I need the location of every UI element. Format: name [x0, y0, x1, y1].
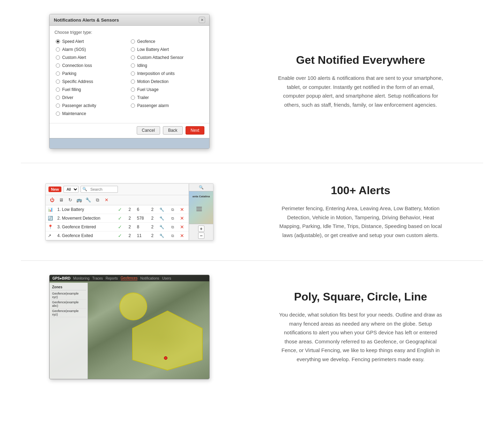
option-label-driver: Driver — [62, 95, 73, 100]
section3-title: Poly, Square, Circle, Line — [252, 290, 469, 303]
radio-driver[interactable] — [56, 96, 60, 100]
geo-sidebar-row[interactable]: Geofence(example abc) — [51, 300, 86, 309]
dialog-map-strip — [50, 138, 209, 149]
radio-alarm[interactable] — [56, 47, 60, 52]
dialog-option-geofence[interactable]: Geofence — [129, 38, 204, 45]
row-col2-2: 578 — [135, 214, 149, 222]
dialog-option-address[interactable]: Specific Address — [54, 78, 129, 85]
row-check-1: ✓ — [116, 205, 127, 214]
power-icon[interactable]: ⏻ — [48, 197, 55, 204]
dialog-option-alarm[interactable]: Alarm (SOS) — [54, 46, 129, 53]
map-search-bar: 🔍 — [189, 184, 213, 191]
alerts-table: 📊 1. Low Battery ✓ 2 6 2 🔧 ⧉ ✕ — [46, 205, 189, 240]
layers-svg — [196, 206, 202, 212]
copy-action-icon[interactable]: ⧉ — [94, 197, 101, 204]
geo-tab-users[interactable]: Users — [162, 276, 171, 280]
dialog-option-trailer[interactable]: Trailer — [129, 94, 204, 101]
dialog-option-interposition[interactable]: Interposition of units — [129, 70, 204, 77]
map-search-icon[interactable]: 🔍 — [199, 185, 204, 190]
row-col3-1: 2 — [149, 205, 158, 214]
svg-rect-1 — [196, 208, 202, 210]
radio-passenger[interactable] — [56, 104, 60, 108]
dialog-option-lowbattery[interactable]: Low Battery Alert — [129, 46, 204, 53]
row-settings-3[interactable]: 🔧 — [157, 222, 169, 231]
next-button[interactable]: Next — [186, 126, 205, 135]
radio-custom[interactable] — [56, 55, 60, 60]
row-delete-3[interactable]: ✕ — [178, 222, 189, 231]
dialog-option-speed[interactable]: Speed Alert — [54, 38, 129, 45]
row-copy-3[interactable]: ⧉ — [169, 222, 178, 231]
option-label-connection: Connection loss — [62, 63, 92, 68]
row-delete-4[interactable]: ✕ — [178, 231, 189, 240]
radio-motion[interactable] — [131, 79, 135, 84]
monitor-icon[interactable]: 🖥 — [58, 197, 65, 204]
geo-sidebar-row[interactable]: Geofence(example xyz) — [51, 309, 86, 317]
dialog-option-driver[interactable]: Driver — [54, 94, 129, 101]
dialog-option-passenger[interactable]: Passenger activity — [54, 102, 129, 109]
row-delete-1[interactable]: ✕ — [178, 205, 189, 214]
radio-maintenance[interactable] — [56, 112, 60, 116]
row-copy-2[interactable]: ⧉ — [169, 214, 178, 222]
wrench-icon[interactable]: 🔧 — [85, 197, 92, 204]
radio-attachsensor[interactable] — [131, 55, 135, 60]
radio-connection[interactable] — [56, 63, 60, 68]
dialog-option-connection[interactable]: Connection loss — [54, 62, 129, 69]
row-col3-4: 2 — [149, 231, 158, 240]
search-input[interactable] — [88, 187, 116, 192]
geo-sidebar-row[interactable]: Geofence(example xyz) — [51, 291, 86, 300]
section-notifications: Get Notified Everywhere Enable over 100 … — [0, 0, 504, 163]
refresh-icon[interactable]: ↻ — [67, 197, 74, 204]
dialog-option-fuel[interactable]: Fuel filling — [54, 86, 129, 93]
radio-passalarm[interactable] — [131, 104, 135, 108]
dialog-option-parking[interactable]: Parking — [54, 70, 129, 77]
geo-tab-reports[interactable]: Reports — [106, 276, 118, 280]
dialog-option-fuelusage[interactable]: Fuel Usage — [129, 86, 204, 93]
row-col2-3: 8 — [135, 222, 149, 231]
dialog-close-button[interactable]: ✕ — [199, 17, 205, 23]
notification-dialog: Notifications Alerts & Sensors ✕ Choose … — [49, 14, 210, 149]
radio-geofence[interactable] — [131, 39, 135, 44]
back-button[interactable]: Back — [163, 126, 183, 135]
row-copy-4[interactable]: ⧉ — [169, 231, 178, 240]
radio-speed[interactable] — [56, 39, 60, 44]
geo-tab-notifications[interactable]: Notifications — [140, 276, 159, 280]
row-settings-1[interactable]: 🔧 — [157, 205, 169, 214]
radio-parking[interactable] — [56, 71, 60, 76]
geo-tab-monitoring[interactable]: Monitoring — [73, 276, 90, 280]
row-delete-2[interactable]: ✕ — [178, 214, 189, 222]
row-copy-1[interactable]: ⧉ — [169, 205, 178, 214]
option-label-attachsensor: Custom Attached Sensor — [137, 55, 183, 60]
dialog-option-custom[interactable]: Custom Alert — [54, 54, 129, 61]
cancel-button[interactable]: Cancel — [137, 126, 160, 135]
radio-address[interactable] — [56, 79, 60, 84]
alerts-toolbar: New All 🔍 — [46, 184, 189, 195]
filter-select[interactable]: All — [63, 186, 78, 193]
dialog-option-passalarm[interactable]: Passenger alarm — [129, 102, 204, 109]
dialog-option-maintenance[interactable]: Maintenance — [54, 111, 129, 117]
map-layers-icon[interactable] — [196, 206, 202, 213]
bus-icon[interactable]: 🚌 — [76, 197, 83, 204]
radio-interposition[interactable] — [131, 71, 135, 76]
section2-image: New All 🔍 ⏻ 🖥 ↻ 🚌 🔧 ⧉ ✕ — [21, 183, 238, 241]
radio-fuelusage[interactable] — [131, 88, 135, 92]
row-col1-4: 2 — [127, 231, 135, 240]
zoom-out-button[interactable]: − — [198, 233, 204, 239]
dialog-option-motion[interactable]: Motion Detection — [129, 78, 204, 85]
row-settings-4[interactable]: 🔧 — [157, 231, 169, 240]
row-check-2: ✓ — [116, 214, 127, 222]
geo-tab-geofences[interactable]: Geofences — [121, 276, 137, 280]
alerts-table-panel: New All 🔍 ⏻ 🖥 ↻ 🚌 🔧 ⧉ ✕ — [46, 184, 189, 240]
option-label-fuelusage: Fuel Usage — [137, 87, 158, 92]
radio-fuel[interactable] — [56, 88, 60, 92]
zoom-in-button[interactable]: + — [198, 226, 204, 232]
radio-trailer[interactable] — [131, 96, 135, 100]
row-settings-2[interactable]: 🔧 — [157, 214, 169, 222]
row-icon-movement: 🔄 — [46, 214, 55, 222]
dialog-option-idling[interactable]: Idling — [129, 62, 204, 69]
radio-idling[interactable] — [131, 63, 135, 68]
delete-icon[interactable]: ✕ — [103, 197, 110, 204]
geo-tab-traces[interactable]: Traces — [92, 276, 103, 280]
section-alerts: New All 🔍 ⏻ 🖥 ↻ 🚌 🔧 ⧉ ✕ — [0, 163, 504, 260]
radio-lowbattery[interactable] — [131, 47, 135, 52]
dialog-option-attachsensor[interactable]: Custom Attached Sensor — [129, 54, 204, 61]
